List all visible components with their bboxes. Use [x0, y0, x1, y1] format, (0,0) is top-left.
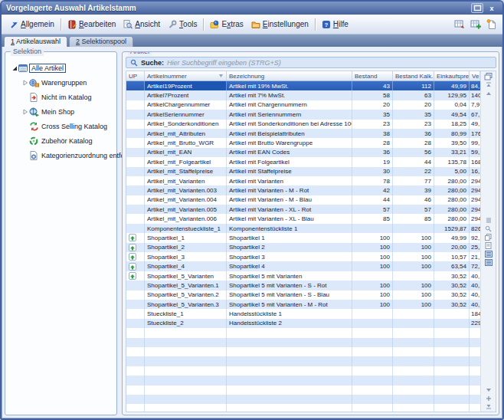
- search-input-placeholder[interactable]: Hier Suchbegriff eingeben (STRG+S): [167, 59, 281, 67]
- menu-item-ansicht[interactable]: Ansicht: [119, 18, 164, 31]
- tree-caret-collapsed-icon[interactable]: [21, 109, 29, 115]
- cell-bez: [227, 376, 352, 385]
- table-row[interactable]: Shopartikel_1Shopartikel 110010049,9992,: [126, 233, 480, 242]
- tree-item-nicht-im-katalog[interactable]: Nicht im Katalog: [10, 90, 115, 104]
- table-row[interactable]: ArtikelChargennummerArtikel mit Chargenn…: [126, 100, 480, 110]
- magnifier-icon[interactable]: [484, 225, 493, 233]
- cell-ek: 49,54: [434, 110, 470, 119]
- tab-selektionspool[interactable]: 2 Selektionspool: [69, 36, 133, 47]
- tree-item-zubeh-r-katalog[interactable]: Zubehör Katalog: [10, 133, 115, 148]
- close-button[interactable]: x: [486, 3, 498, 13]
- table-row[interactable]: ArtikelSeriennummerArtikel mit Seriennum…: [126, 110, 480, 119]
- search-bar[interactable]: Suche: Hier Suchbegriff eingeben (STRG+S…: [126, 57, 496, 68]
- table-row-empty: [126, 376, 480, 385]
- export-table-icon[interactable]: [454, 19, 465, 29]
- scroll-bottom-icon[interactable]: [484, 402, 493, 411]
- table-row[interactable]: Artikel_mit_Varianten.004Artikel mit Var…: [126, 195, 480, 205]
- grip-icon[interactable]: [484, 216, 493, 225]
- menu-item-einstellungen[interactable]: Einstellungen: [247, 18, 313, 31]
- column-header-ek[interactable]: Einkaufspreis: [434, 71, 470, 80]
- column-header-up[interactable]: UP: [126, 71, 145, 80]
- cell-kalk: [393, 386, 434, 395]
- new-document-icon[interactable]: [486, 19, 496, 29]
- cell-up: [126, 300, 145, 309]
- table-row[interactable]: Artikel_mit_Brutto_WGRArtikel mit Brutto…: [126, 138, 480, 147]
- menu-item-extras[interactable]: Extras: [206, 18, 247, 31]
- menu-item-hilfe[interactable]: ?Hilfe: [318, 18, 352, 31]
- scroll-down-icon[interactable]: [484, 386, 493, 394]
- cell-ek: 135,78: [434, 157, 470, 166]
- restore-button[interactable]: [471, 3, 483, 13]
- table-row[interactable]: Shopartikel_4Shopartikel 410010063,5472,: [126, 261, 480, 271]
- pages-icon[interactable]: [484, 241, 493, 250]
- table-row[interactable]: Shopartikel_5_Varianten.2Shopartikel 5 m…: [126, 290, 480, 300]
- cell-vk: 826: [470, 224, 480, 233]
- table-row[interactable]: Stueckliste_2Handelsstückliste 2229: [126, 319, 480, 328]
- cell-bestand: 100: [352, 290, 393, 300]
- table-row[interactable]: Shopartikel_5_Varianten.3Shopartikel 5 m…: [126, 300, 480, 309]
- cell-ek: 33,21: [434, 148, 470, 157]
- column-header-kalk[interactable]: Bestand Kalk.: [393, 71, 434, 80]
- copy-icon[interactable]: [484, 233, 493, 241]
- menu-item-tools[interactable]: Tools: [164, 18, 201, 31]
- table-row[interactable]: Artikel_mit_EANArtikel mit EAN Codes3656…: [126, 148, 480, 157]
- cell-bez: Shopartikel 2: [227, 243, 352, 252]
- cell-vk: [470, 366, 480, 376]
- table-row[interactable]: Artikel7ProzentArtikel mit 7% MwSt.58631…: [126, 90, 480, 100]
- cell-ek: 10,57: [434, 252, 470, 261]
- cell-bez: Artikel mit Varianten - XL - Rot: [227, 205, 352, 214]
- table-row[interactable]: Artikel_mit_StaffelpreiseArtikel mit Sta…: [126, 167, 480, 176]
- column-header-nr[interactable]: Artikelnummer: [145, 71, 227, 80]
- import-table-icon[interactable]: [470, 19, 481, 29]
- table-row[interactable]: Artikel_mit_AttributenArtikel mit Beispi…: [126, 129, 480, 138]
- cell-up: [126, 138, 145, 147]
- table-row-empty: [126, 328, 480, 337]
- tree-caret-collapsed-icon[interactable]: [21, 80, 29, 86]
- table-row[interactable]: Artikel19ProzentArtikel mit 19% MwSt.431…: [126, 81, 480, 90]
- cell-ek: [434, 319, 470, 328]
- plus-icon[interactable]: [484, 394, 493, 402]
- cell-nr: [145, 395, 227, 404]
- scroll-up-icon[interactable]: [484, 89, 493, 97]
- tree-item-mein-shop[interactable]: Mein Shop: [10, 104, 115, 119]
- cell-ek: 129,95: [434, 90, 470, 100]
- column-header-vk[interactable]: Ve: [470, 71, 480, 80]
- table-row[interactable]: Stueckliste_1Handelsstückliste 1184: [126, 309, 480, 318]
- tab-artikelauswahl[interactable]: 1 Artikelauswahl: [4, 36, 67, 47]
- table-row[interactable]: Shopartikel_5_Varianten.1Shopartikel 5 m…: [126, 281, 480, 290]
- table-row[interactable]: Shopartikel_3Shopartikel 310010010,5721,: [126, 252, 480, 261]
- table-row[interactable]: Shopartikel_2Shopartikel 210010020,0025,: [126, 243, 480, 252]
- cell-nr: Artikel_mit_Varianten.006: [145, 214, 227, 223]
- cell-up: [126, 167, 145, 176]
- tree-caret-expanded-icon[interactable]: [10, 65, 18, 71]
- list-blue-icon[interactable]: [484, 250, 493, 258]
- table-row[interactable]: Artikel_mit_VariantenArtikel mit Variant…: [126, 176, 480, 185]
- cell-vk: 72,: [470, 261, 480, 271]
- cell-kalk: 23: [393, 120, 434, 129]
- column-chooser-icon[interactable]: [484, 72, 493, 80]
- table-row[interactable]: Artikel_mit_Varianten.006Artikel mit Var…: [126, 214, 480, 223]
- table-row[interactable]: Artikel_SonderkonditionenArtikel mit Son…: [126, 120, 480, 129]
- list-blue-icon-2[interactable]: [484, 258, 493, 267]
- table-row[interactable]: Komponentenstueckliste_1Komponentenstück…: [126, 224, 480, 233]
- scroll-top-icon[interactable]: [484, 80, 493, 89]
- cell-kalk: [393, 404, 434, 412]
- cell-nr: Artikel7Prozent: [145, 90, 227, 100]
- tree-item-warengruppen[interactable]: Warengruppen: [10, 75, 115, 90]
- table-row[interactable]: Artikel_mit_Varianten.003Artikel mit Var…: [126, 185, 480, 195]
- table-row[interactable]: Shopartikel_5_VariantenShopartikel 5 mit…: [126, 271, 480, 281]
- cell-ek: [434, 347, 470, 356]
- table-row[interactable]: Artikel_mit_Varianten.005Artikel mit Var…: [126, 205, 480, 214]
- column-header-bestand[interactable]: Bestand: [352, 71, 393, 80]
- cell-bez: Shopartikel 3: [227, 252, 352, 261]
- table-row[interactable]: Artikel_mit_FolgeartikelArtikel mit Folg…: [126, 157, 480, 166]
- column-header-bez[interactable]: Bezeichnung: [227, 71, 352, 80]
- tree-item-cross-selling-katalog[interactable]: Cross Selling Katalog: [10, 119, 115, 133]
- cell-bestand: 20: [352, 100, 393, 110]
- menu-item-bearbeiten[interactable]: Bearbeiten: [64, 18, 119, 31]
- tree-item-kategorienzuordnung-entfernen[interactable]: Kategorienzuordnung entfernen: [10, 148, 115, 162]
- menu-item-allgemein[interactable]: Allgemein: [5, 18, 58, 31]
- tree-item-alle-artikel[interactable]: Alle Artikel: [10, 61, 115, 75]
- cell-ek: 18,25: [434, 120, 470, 129]
- artikel-group-label: Artikel: [128, 51, 152, 56]
